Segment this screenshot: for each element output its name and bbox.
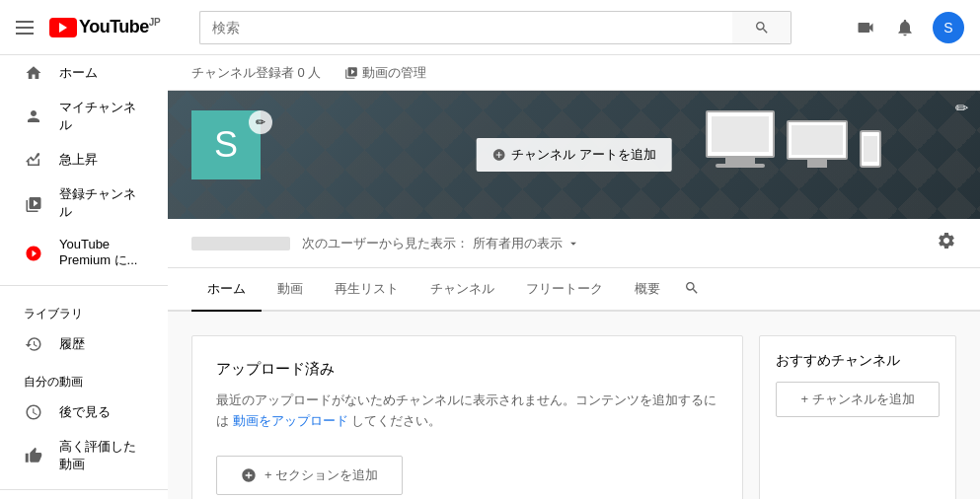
history-icon	[24, 334, 43, 354]
person-icon	[24, 107, 43, 126]
monitor-device	[706, 110, 775, 168]
avatar[interactable]: S	[933, 12, 964, 43]
header: YouTubeJP S	[0, 0, 980, 55]
sidebar-item-watchlater-label: 後で見る	[59, 403, 111, 421]
banner-edit-button[interactable]: ✏	[955, 99, 968, 117]
logo-jp: JP	[149, 17, 160, 28]
sidebar-item-mychannel[interactable]: マイチャンネル	[0, 91, 168, 142]
search-button[interactable]	[732, 11, 792, 44]
manage-videos[interactable]: 動画の管理	[344, 64, 426, 82]
channel-tabs: ホーム 動画 再生リスト チャンネル フリートーク 概要	[168, 268, 980, 312]
watch-later-icon	[24, 402, 43, 422]
channel-name-blurred	[191, 237, 290, 250]
tab-videos[interactable]: 動画	[262, 268, 319, 312]
header-right: S	[854, 12, 964, 43]
channel-profile: 次のユーザーから見た表示： 所有者用の表示	[168, 219, 980, 268]
home-icon	[24, 63, 43, 83]
sidebar: ホーム マイチャンネル 急上昇 登録チャンネル YouTube Premium …	[0, 55, 168, 499]
trending-icon	[24, 150, 43, 170]
channel-info: 次のユーザーから見た表示： 所有者用の表示	[191, 235, 580, 252]
tab-community[interactable]: フリートーク	[510, 268, 619, 312]
settings-icon[interactable]	[937, 231, 956, 255]
sidebar-item-history[interactable]: 履歴	[0, 326, 168, 362]
banner-devices	[706, 110, 881, 168]
tab-channels[interactable]: チャンネル	[415, 268, 510, 312]
channel-banner: S ✏	[168, 91, 980, 219]
video-camera-icon[interactable]	[854, 16, 877, 39]
sidebar-item-subscriptions-label: 登録チャンネル	[59, 185, 144, 221]
sidebar-item-watchlater[interactable]: 後で見る	[0, 394, 168, 430]
search-bar	[199, 11, 792, 44]
hamburger-menu[interactable]	[16, 21, 34, 35]
channel-content: アップロード済み 最近のアップロードがないためチャンネルに表示されません。コンテ…	[168, 312, 980, 499]
subscriptions-icon	[24, 193, 43, 213]
add-section-button[interactable]: + セクションを追加	[216, 456, 403, 495]
upload-link[interactable]: 動画をアップロード	[233, 413, 348, 428]
sidebar-item-mychannel-label: マイチャンネル	[59, 99, 144, 134]
header-left: YouTubeJP	[16, 17, 160, 37]
sidebar-item-home[interactable]: ホーム	[0, 55, 168, 91]
tab-playlists[interactable]: 再生リスト	[319, 268, 415, 312]
search-input[interactable]	[199, 11, 732, 44]
sidebar-item-premium-label: YouTube Premium に...	[59, 237, 144, 269]
add-section-icon	[241, 467, 257, 483]
upload-description: 最近のアップロードがないためチャンネルに表示されません。コンテンツを追加するには…	[216, 391, 718, 432]
chevron-down-icon	[566, 237, 580, 250]
notifications-icon[interactable]	[893, 16, 917, 39]
sidebar-item-history-label: 履歴	[59, 335, 85, 353]
phone-device	[860, 130, 881, 168]
sidebar-item-premium[interactable]: YouTube Premium に...	[0, 229, 168, 277]
add-banner-art-button[interactable]: チャンネル アートを追加	[476, 138, 672, 172]
thumbs-up-icon	[24, 446, 43, 465]
edit-avatar-button[interactable]: ✏	[249, 110, 272, 134]
sidebar-divider-1	[0, 285, 168, 286]
subscribers-count: チャンネル登録者 0 人	[191, 64, 321, 82]
add-art-icon	[491, 148, 505, 162]
library-section-label: ライブラリ	[0, 294, 168, 326]
tv-device	[787, 120, 848, 168]
sidebar-item-liked[interactable]: 高く評価した動画	[0, 430, 168, 481]
sidebar-item-trending-label: 急上昇	[59, 151, 98, 169]
channel-main-content: アップロード済み 最近のアップロードがないためチャンネルに表示されません。コンテ…	[191, 335, 743, 499]
logo-text: YouTubeJP	[79, 17, 160, 37]
content: チャンネル登録者 0 人 動画の管理 S ✏	[168, 55, 980, 499]
channel-aside: おすすめチャンネル + チャンネルを追加	[759, 335, 956, 499]
tab-search-icon[interactable]	[684, 280, 700, 299]
manage-videos-icon	[344, 66, 358, 80]
upload-title: アップロード済み	[216, 360, 718, 379]
sidebar-item-home-label: ホーム	[59, 64, 98, 82]
recommended-label: おすすめチャンネル	[776, 352, 940, 370]
premium-icon	[24, 244, 43, 263]
my-videos-label: 自分の動画	[0, 362, 168, 394]
sidebar-divider-2	[0, 489, 168, 490]
add-channel-side-button[interactable]: + チャンネルを追加	[776, 382, 940, 417]
main-container: ホーム マイチャンネル 急上昇 登録チャンネル YouTube Premium …	[0, 55, 980, 499]
tab-about[interactable]: 概要	[619, 268, 676, 312]
view-as-selector[interactable]: 次のユーザーから見た表示： 所有者用の表示	[302, 235, 580, 252]
sidebar-item-trending[interactable]: 急上昇	[0, 142, 168, 178]
youtube-logo-icon	[49, 18, 77, 37]
logo[interactable]: YouTubeJP	[49, 17, 160, 37]
sidebar-item-liked-label: 高く評価した動画	[59, 438, 144, 473]
tab-home[interactable]: ホーム	[191, 268, 262, 312]
channel-top-bar: チャンネル登録者 0 人 動画の管理	[168, 55, 980, 91]
sidebar-item-subscriptions[interactable]: 登録チャンネル	[0, 178, 168, 229]
search-icon	[754, 20, 770, 36]
